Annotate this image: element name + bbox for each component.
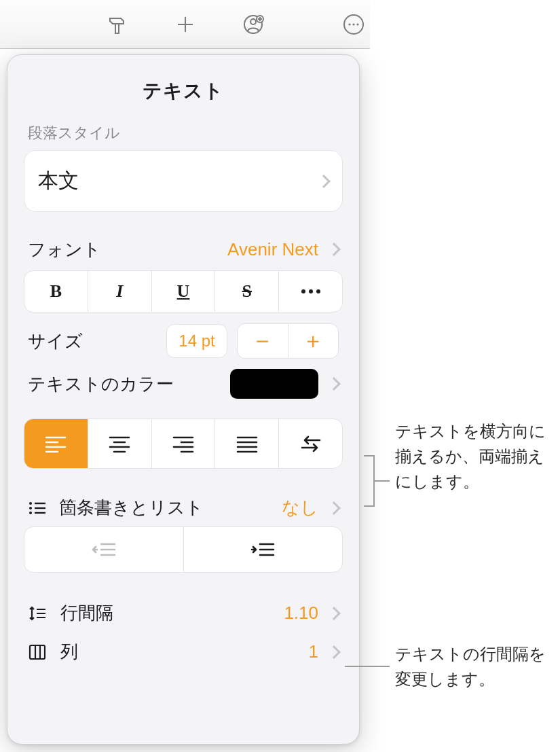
indent-button[interactable] xyxy=(184,527,343,572)
strikethrough-button[interactable]: S xyxy=(215,271,279,312)
chevron-right-icon xyxy=(327,645,341,659)
underline-button[interactable]: U xyxy=(152,271,216,312)
chevron-right-icon xyxy=(327,607,341,620)
outdent-button[interactable] xyxy=(24,527,184,572)
size-decrease-button[interactable]: − xyxy=(238,324,288,358)
format-brush-icon xyxy=(106,13,129,36)
top-toolbar xyxy=(0,0,370,49)
chevron-right-icon xyxy=(327,501,341,515)
list-icon xyxy=(28,500,47,516)
person-add-icon xyxy=(242,13,265,36)
italic-button[interactable]: I xyxy=(88,271,152,312)
indent-icon xyxy=(249,541,276,558)
line-spacing-icon xyxy=(28,604,47,623)
outdent-icon xyxy=(90,541,117,558)
svg-point-1 xyxy=(250,19,256,24)
paragraph-style-label: 段落スタイル xyxy=(28,123,339,143)
size-row: サイズ 14 pt − + xyxy=(24,319,343,363)
columns-row[interactable]: 列 1 xyxy=(24,637,343,676)
font-label: フォント xyxy=(28,238,101,262)
align-justify-icon xyxy=(236,434,259,453)
callout-connector xyxy=(345,666,390,667)
svg-point-7 xyxy=(29,502,32,505)
align-left-button[interactable] xyxy=(24,419,88,468)
callout-tick xyxy=(364,455,373,456)
svg-point-5 xyxy=(352,23,354,25)
plus-icon xyxy=(174,13,197,36)
svg-point-9 xyxy=(29,512,32,514)
format-button[interactable] xyxy=(100,7,135,42)
popover-title: テキスト xyxy=(7,55,359,116)
callout-tick xyxy=(364,505,373,507)
columns-label: 列 xyxy=(60,640,78,664)
svg-point-6 xyxy=(356,23,358,25)
callout-line-spacing: テキストの行間隔を変更します。 xyxy=(395,641,553,692)
bullets-lists-value: なし xyxy=(282,496,318,520)
text-color-label: テキストのカラー xyxy=(28,372,174,396)
more-text-options-button[interactable] xyxy=(279,271,342,312)
text-direction-button[interactable] xyxy=(279,419,342,468)
callout-alignment: テキストを横方向に揃えるか、両端揃えにします。 xyxy=(395,418,553,495)
svg-rect-10 xyxy=(30,645,45,659)
format-popover: テキスト 段落スタイル 本文 フォント Avenir Next B xyxy=(7,54,360,745)
text-direction-icon xyxy=(299,434,322,453)
font-value: Avenir Next xyxy=(227,239,318,260)
text-color-row[interactable]: テキストのカラー xyxy=(24,363,343,405)
collaborate-button[interactable] xyxy=(236,7,271,42)
size-label: サイズ xyxy=(28,329,83,353)
indent-segmented xyxy=(24,526,343,573)
svg-point-4 xyxy=(348,23,350,25)
font-row[interactable]: フォント Avenir Next xyxy=(24,228,343,270)
chevron-right-icon xyxy=(327,377,341,391)
more-button[interactable] xyxy=(341,12,366,37)
columns-value: 1 xyxy=(309,641,318,662)
text-style-segmented: B I U S xyxy=(24,270,343,312)
align-justify-button[interactable] xyxy=(215,419,279,468)
paragraph-style-picker[interactable]: 本文 xyxy=(24,150,343,212)
line-spacing-label: 行間隔 xyxy=(60,601,113,625)
line-spacing-value: 1.10 xyxy=(284,603,318,624)
align-right-button[interactable] xyxy=(152,419,216,468)
paragraph-style-value: 本文 xyxy=(38,167,79,195)
svg-point-8 xyxy=(29,507,32,509)
bullets-lists-row[interactable]: 箇条書きとリスト なし xyxy=(24,485,343,526)
align-right-icon xyxy=(172,434,195,453)
alignment-segmented xyxy=(24,418,343,469)
ellipsis-circle-icon xyxy=(342,13,365,36)
line-spacing-row[interactable]: 行間隔 1.10 xyxy=(24,589,343,637)
ellipsis-icon xyxy=(301,289,320,293)
align-left-icon xyxy=(44,434,67,453)
bullets-lists-label: 箇条書きとリスト xyxy=(59,496,204,520)
align-center-button[interactable] xyxy=(88,419,152,468)
text-color-swatch xyxy=(230,369,318,399)
bold-button[interactable]: B xyxy=(24,271,88,312)
chevron-right-icon xyxy=(317,175,331,188)
chevron-right-icon xyxy=(327,243,341,256)
size-increase-button[interactable]: + xyxy=(288,324,339,358)
insert-button[interactable] xyxy=(168,7,203,42)
align-center-icon xyxy=(108,434,131,453)
size-stepper: − + xyxy=(237,323,339,359)
columns-icon xyxy=(28,643,47,662)
size-value[interactable]: 14 pt xyxy=(166,324,227,358)
callout-connector xyxy=(375,480,390,482)
